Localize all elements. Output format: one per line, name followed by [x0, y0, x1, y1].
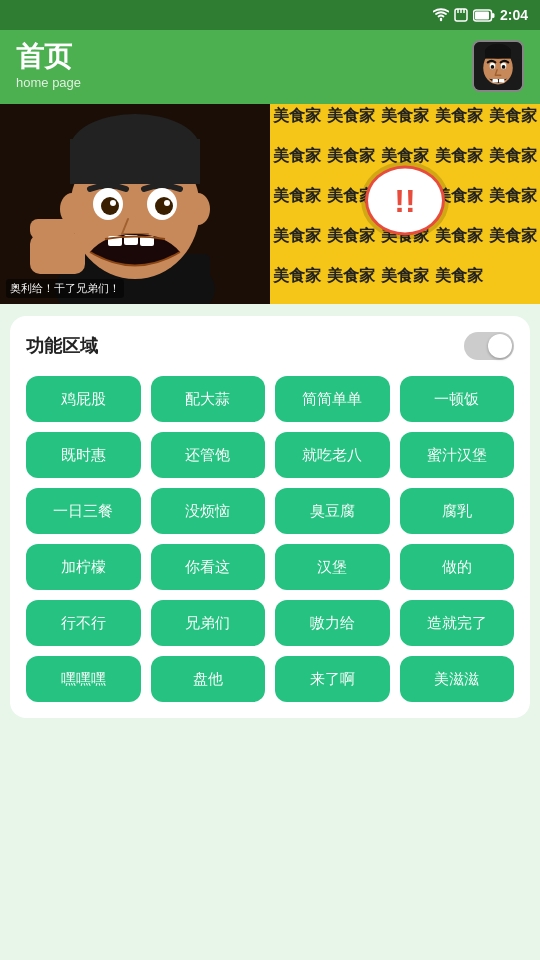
tag-button-3[interactable]: 一顿饭	[400, 376, 515, 422]
svg-point-31	[155, 197, 173, 215]
tag-button-13[interactable]: 你看这	[151, 544, 266, 590]
tag-button-1[interactable]: 配大蒜	[151, 376, 266, 422]
tag-button-16[interactable]: 行不行	[26, 600, 141, 646]
svg-rect-18	[499, 79, 505, 83]
exclaim-text: !!	[394, 185, 415, 217]
banner-caption: 奥利给！干了兄弟们！	[6, 279, 124, 298]
banner-cartoon	[0, 104, 270, 304]
tag-button-20[interactable]: 嘿嘿嘿	[26, 656, 141, 702]
pattern-word: 美食家	[378, 104, 432, 144]
status-bar: 2:04	[0, 0, 540, 30]
tag-button-10[interactable]: 臭豆腐	[275, 488, 390, 534]
wifi-icon	[433, 8, 449, 22]
main-content: 功能区域 鸡屁股配大蒜简简单单一顿饭既时惠还管饱就吃老八蜜汁汉堡一日三餐没烦恼臭…	[10, 316, 530, 718]
toggle-knob	[488, 334, 512, 358]
svg-rect-6	[475, 11, 489, 19]
pattern-word: 美食家	[432, 144, 486, 184]
svg-point-15	[491, 65, 495, 69]
section-header: 功能区域	[26, 332, 514, 360]
section-title: 功能区域	[26, 334, 98, 358]
status-time: 2:04	[500, 7, 528, 23]
svg-rect-12	[485, 49, 511, 58]
pattern-word: 美食家	[378, 264, 432, 304]
svg-point-27	[186, 193, 210, 225]
tag-button-22[interactable]: 来了啊	[275, 656, 390, 702]
app-header: 首页 home page	[0, 30, 540, 104]
tag-button-23[interactable]: 美滋滋	[400, 656, 515, 702]
tag-button-14[interactable]: 汉堡	[275, 544, 390, 590]
pattern-word: 美食家	[486, 104, 540, 144]
tag-button-6[interactable]: 就吃老八	[275, 432, 390, 478]
pattern-word: 美食家	[270, 264, 324, 304]
tag-button-12[interactable]: 加柠檬	[26, 544, 141, 590]
tag-button-4[interactable]: 既时惠	[26, 432, 141, 478]
pattern-word: 美食家	[432, 104, 486, 144]
svg-point-16	[502, 65, 506, 69]
page-title: 首页	[16, 42, 81, 73]
pattern-word: 美食家	[432, 224, 486, 264]
tag-button-7[interactable]: 蜜汁汉堡	[400, 432, 515, 478]
svg-point-33	[164, 200, 170, 206]
svg-point-0	[440, 19, 442, 21]
avatar-image	[474, 42, 522, 90]
tag-button-9[interactable]: 没烦恼	[151, 488, 266, 534]
svg-rect-25	[70, 139, 200, 184]
pattern-word: 美食家	[486, 224, 540, 264]
svg-rect-7	[491, 13, 494, 18]
svg-rect-37	[30, 234, 85, 274]
tag-button-5[interactable]: 还管饱	[151, 432, 266, 478]
banner-left: 奥利给！干了兄弟们！	[0, 104, 270, 304]
tag-button-2[interactable]: 简简单单	[275, 376, 390, 422]
tag-button-19[interactable]: 造就完了	[400, 600, 515, 646]
tag-button-0[interactable]: 鸡屁股	[26, 376, 141, 422]
pattern-word: 美食家	[270, 144, 324, 184]
pattern-word: 美食家	[270, 184, 324, 224]
tag-button-15[interactable]: 做的	[400, 544, 515, 590]
pattern-word: 美食家	[486, 184, 540, 224]
svg-point-30	[101, 197, 119, 215]
pattern-word: 美食家	[270, 224, 324, 264]
avatar[interactable]	[472, 40, 524, 92]
page-subtitle: home page	[16, 75, 81, 90]
svg-point-32	[110, 200, 116, 206]
pattern-word: 美食家	[324, 224, 378, 264]
tag-button-21[interactable]: 盘他	[151, 656, 266, 702]
feature-toggle[interactable]	[464, 332, 514, 360]
tag-button-17[interactable]: 兄弟们	[151, 600, 266, 646]
exclaim-bubble: !!	[365, 166, 445, 236]
pattern-word: 美食家	[324, 104, 378, 144]
status-icons: 2:04	[433, 7, 528, 23]
battery-icon	[473, 9, 495, 22]
pattern-word: 美食家	[324, 144, 378, 184]
buttons-grid: 鸡屁股配大蒜简简单单一顿饭既时惠还管饱就吃老八蜜汁汉堡一日三餐没烦恼臭豆腐腐乳加…	[26, 376, 514, 702]
tag-button-8[interactable]: 一日三餐	[26, 488, 141, 534]
sim-icon	[454, 8, 468, 22]
pattern-word: 美食家	[486, 144, 540, 184]
banner: 奥利给！干了兄弟们！ 美食家美食家美食家美食家美食家美食家美食家美食家美食家美食…	[0, 104, 540, 304]
banner-right: 美食家美食家美食家美食家美食家美食家美食家美食家美食家美食家美食家美食家美食家美…	[270, 104, 540, 304]
pattern-word: 美食家	[324, 264, 378, 304]
pattern-word: 美食家	[432, 264, 486, 304]
pattern-word: 美食家	[270, 104, 324, 144]
tag-button-18[interactable]: 嗷力给	[275, 600, 390, 646]
svg-rect-38	[30, 219, 75, 239]
header-title-block: 首页 home page	[16, 42, 81, 90]
svg-rect-17	[492, 79, 498, 83]
tag-button-11[interactable]: 腐乳	[400, 488, 515, 534]
